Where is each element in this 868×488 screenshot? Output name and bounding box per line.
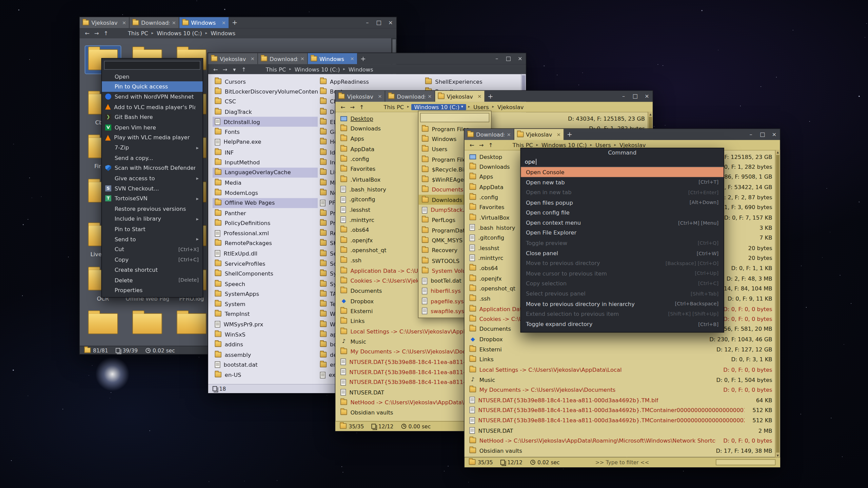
context-menu-item-scan-with-microsoft-defender[interactable]: Scan with Microsoft Defender... xyxy=(102,163,202,173)
tab-close-icon[interactable]: × xyxy=(350,56,354,61)
titlebar[interactable]: Vjekoslav×Downloads×Vjekoslav×+ – □ × xyxy=(335,91,653,102)
titlebar[interactable]: Downloads×Vjekoslav×+ – □ × xyxy=(465,129,780,140)
context-menu-item-open-vim-here[interactable]: VOpen Vim here xyxy=(102,122,202,133)
scroll-up-icon[interactable]: ▲ xyxy=(775,150,780,154)
file-row-dropbox[interactable]: ◆DropboxD: 230, F: 1043, 46 GB xyxy=(465,334,780,344)
context-menu-item-play-with-vlc-media-player[interactable]: Play with VLC media player xyxy=(102,133,202,143)
context-menu-item-send-a-copy[interactable]: Send a copy... xyxy=(102,153,202,163)
context-menu-item-pin-to-quick-access[interactable]: Pin to Quick access xyxy=(102,82,202,92)
up-icon[interactable]: ↑ xyxy=(487,142,495,148)
maximize-button[interactable]: □ xyxy=(629,91,641,102)
new-tab-button[interactable]: + xyxy=(358,53,369,64)
titlebar[interactable]: Vjekoslav×Downloads×Windows×+ – □ × xyxy=(80,17,396,28)
command-item-move-to-previous-directory-in-hierarchy[interactable]: Move to previous directory in hierarchy[… xyxy=(521,299,724,309)
file-item-professional-xml[interactable]: Professional.xml xyxy=(213,228,318,238)
tab-windows[interactable]: Windows× xyxy=(308,53,358,64)
tab-windows[interactable]: Windows× xyxy=(179,17,229,28)
context-menu-filter-input[interactable] xyxy=(104,61,200,70)
file-item-tempinst[interactable]: TempInst xyxy=(213,309,318,319)
breadcrumb-item-this-pc[interactable]: This PC xyxy=(512,142,534,148)
file-row-eksterni[interactable]: EksterniD: 12, F: 127, 12 GB xyxy=(465,344,780,354)
forward-icon[interactable]: → xyxy=(348,104,356,110)
tab-close-icon[interactable]: × xyxy=(428,94,432,99)
tab-vjekoslav[interactable]: Vjekoslav× xyxy=(514,129,564,140)
command-item-extend-selection-to-previous-item[interactable]: Extend selection to previous item[Shift+… xyxy=(521,309,724,319)
tab-vjekoslav[interactable]: Vjekoslav× xyxy=(335,91,385,102)
new-tab-button[interactable]: + xyxy=(229,17,240,28)
tab-vjekoslav[interactable]: Vjekoslav× xyxy=(208,53,258,64)
file-row-ntuser-dat[interactable]: NTUSER.DAT2 MB xyxy=(465,425,780,435)
context-menu-item-send-with-nordvpn-meshnet[interactable]: Send with NordVPN Meshnet xyxy=(102,92,202,102)
file-item-cursors[interactable]: Cursors xyxy=(213,76,318,86)
file-item-remotepackages[interactable]: RemotePackages xyxy=(213,238,318,248)
command-item-toggle-expand-directory[interactable]: Toggle expand directory[Ctrl+B] xyxy=(521,319,724,329)
command-item-move-cursor-to-previous-item[interactable]: Move cursor to previous item[Ctrl+Up] xyxy=(521,268,724,279)
tab-vjekoslav[interactable]: Vjekoslav× xyxy=(80,17,130,28)
menu-caret-icon[interactable]: ▾ xyxy=(230,66,238,72)
file-row-nethood[interactable]: NetHood -> C:\Users\Vjekoslav\AppData\Ro… xyxy=(465,435,780,446)
command-item-open-new-tab[interactable]: Open new tab[Ctrl+T] xyxy=(521,177,724,187)
file-item-winsxs[interactable]: WinSxS xyxy=(213,329,318,340)
back-icon[interactable]: ← xyxy=(339,104,347,110)
tab-close-icon[interactable]: × xyxy=(251,56,255,61)
maximize-button[interactable]: □ xyxy=(373,17,384,28)
command-item-open-config-file[interactable]: Open config file xyxy=(521,208,724,218)
tab-close-icon[interactable]: × xyxy=(557,132,561,137)
tab-vjekoslav[interactable]: Vjekoslav× xyxy=(435,91,485,102)
file-item-media[interactable]: Media xyxy=(213,178,318,188)
file-row-ntuser-dat-53b39e88-18c4-11ea-a811-000d3aa4692b-tmcontainer00000000000000000002-regtrans-ms[interactable]: NTUSER.DAT{53b39e88-18c4-11ea-a811-000d3… xyxy=(465,415,780,425)
file-item-shellcomponents[interactable]: ShellComponents xyxy=(213,269,318,279)
tab-close-icon[interactable]: × xyxy=(222,20,226,25)
scroll-up-icon[interactable]: ▲ xyxy=(648,112,653,116)
file-item-speech[interactable]: Speech xyxy=(213,279,318,289)
file-item-serviceprofiles[interactable]: ServiceProfiles xyxy=(213,259,318,269)
file-item-bitlockerdiscoveryvolumecontents[interactable]: BitLockerDiscoveryVolumeContents xyxy=(213,86,318,97)
breadcrumb-item-users[interactable]: Users xyxy=(472,104,490,110)
breadcrumb-item-this-pc[interactable]: This PC xyxy=(382,104,405,110)
tab-downloads[interactable]: Downloads× xyxy=(465,129,514,140)
up-icon[interactable]: ↑ xyxy=(102,30,110,36)
file-item-fonts[interactable]: Fonts xyxy=(213,127,318,137)
context-menu-item-copy[interactable]: Copy[Ctrl+C] xyxy=(102,255,202,265)
tab-close-icon[interactable]: × xyxy=(507,132,511,137)
file-item-bootstat-dat[interactable]: bootstat.dat xyxy=(213,360,318,370)
context-menu-item-tortoisesvn[interactable]: TTortoiseSVN▸ xyxy=(102,194,202,204)
breadcrumb-item-windows-10-c[interactable]: Windows 10 (C:)▾ xyxy=(411,104,466,110)
breadcrumb-item-windows[interactable]: Windows xyxy=(348,66,374,72)
command-item-toggle-preview[interactable]: Toggle preview[Ctrl+Q] xyxy=(521,238,724,248)
back-icon[interactable]: ← xyxy=(468,142,476,148)
context-menu-item-cut[interactable]: Cut[Ctrl+X] xyxy=(102,244,202,255)
context-menu-item-create-shortcut[interactable]: Create shortcut xyxy=(102,265,202,275)
context-menu-item-properties[interactable]: Properties xyxy=(102,285,202,295)
file-item-assembly[interactable]: assembly xyxy=(213,350,318,360)
context-menu-item-git-bash-here[interactable]: ❯Git Bash Here xyxy=(102,112,202,122)
minimize-button[interactable]: – xyxy=(745,129,757,140)
dropdown-filter-input[interactable] xyxy=(420,113,489,122)
close-button[interactable]: × xyxy=(768,129,780,140)
file-row-ntuser-dat-53b39e88-18c4-11ea-a811-000d3aa4692b-tm-blf[interactable]: NTUSER.DAT{53b39e88-18c4-11ea-a811-000d3… xyxy=(465,395,780,405)
file-item-modemlogs[interactable]: ModemLogs xyxy=(213,188,318,198)
breadcrumb-item-windows-10-c[interactable]: Windows 10 (C:) xyxy=(294,66,341,72)
forward-icon[interactable]: → xyxy=(221,66,229,72)
tab-downloads[interactable]: Downloads× xyxy=(130,17,179,28)
back-icon[interactable]: ← xyxy=(83,30,91,36)
up-icon[interactable]: ↑ xyxy=(240,66,248,72)
folder-grid-item[interactable] xyxy=(170,310,214,346)
file-item-inputmethod[interactable]: InputMethod xyxy=(213,157,318,167)
command-item-select-previous-panel[interactable]: Select previous panel[Shift+Tab] xyxy=(521,289,724,299)
command-item-open-files-popup[interactable]: Open files popup[Alt+Down] xyxy=(521,198,724,208)
tab-downloads[interactable]: Downloads× xyxy=(385,91,435,102)
file-row-links[interactable]: LinksD: 0, F: 3, 1 KB xyxy=(465,354,780,365)
breadcrumb-item-windows-10-c[interactable]: Windows 10 (C:) xyxy=(156,30,203,36)
file-row-music[interactable]: ♪MusicD: 0, F: 1, 504 bytes xyxy=(465,375,780,385)
command-palette-input[interactable]: ope xyxy=(521,157,724,167)
file-item-policydefinitions[interactable]: PolicyDefinitions xyxy=(213,218,318,228)
context-menu-item-include-in-library[interactable]: Include in library▸ xyxy=(102,214,202,224)
command-item-open-console[interactable]: Open Console xyxy=(521,167,724,177)
tab-close-icon[interactable]: × xyxy=(477,94,481,99)
file-row-obsidian[interactable]: Obsidian vaultsD: 17, F: 149, 38 MB xyxy=(465,446,780,456)
minimize-button[interactable]: – xyxy=(361,17,373,28)
folder-grid-item[interactable] xyxy=(125,310,170,346)
file-item-csc[interactable]: CSC xyxy=(213,97,318,107)
close-button[interactable]: × xyxy=(641,91,653,102)
